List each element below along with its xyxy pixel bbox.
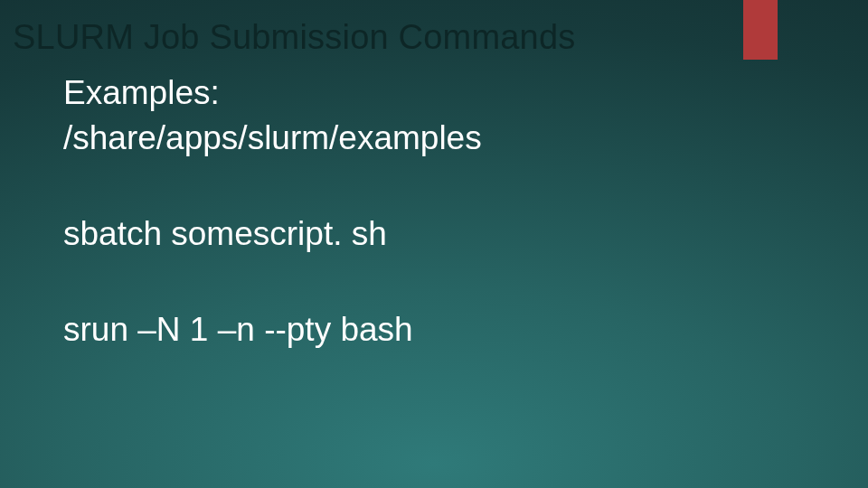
slide: SLURM Job Submission Commands Examples: … xyxy=(0,0,868,488)
sbatch-command: sbatch somescript. sh xyxy=(63,211,832,257)
slide-content: Examples: /share/apps/slurm/examples sba… xyxy=(63,70,832,352)
slide-title: SLURM Job Submission Commands xyxy=(13,18,575,57)
examples-label: Examples: xyxy=(63,70,832,116)
spacer xyxy=(63,161,832,211)
accent-bar xyxy=(743,0,778,60)
examples-path: /share/apps/slurm/examples xyxy=(63,116,832,161)
spacer xyxy=(63,257,832,307)
srun-command: srun –N 1 –n --pty bash xyxy=(63,307,832,352)
